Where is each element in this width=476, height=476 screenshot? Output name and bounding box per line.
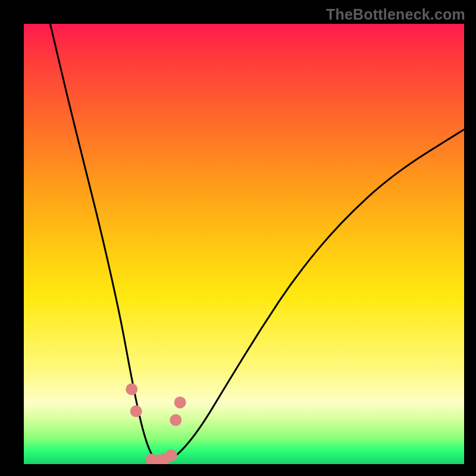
chart-frame: TheBottleneck.com (0, 0, 476, 476)
marker-dot (126, 383, 137, 395)
chart-svg (24, 24, 464, 464)
marker-dot (170, 414, 181, 426)
marker-dot (165, 449, 177, 461)
bottleneck-curve (50, 24, 464, 462)
marker-dot (174, 396, 186, 408)
plot-area (24, 24, 464, 464)
watermark-text: TheBottleneck.com (326, 6, 465, 23)
marker-dot (130, 405, 142, 417)
